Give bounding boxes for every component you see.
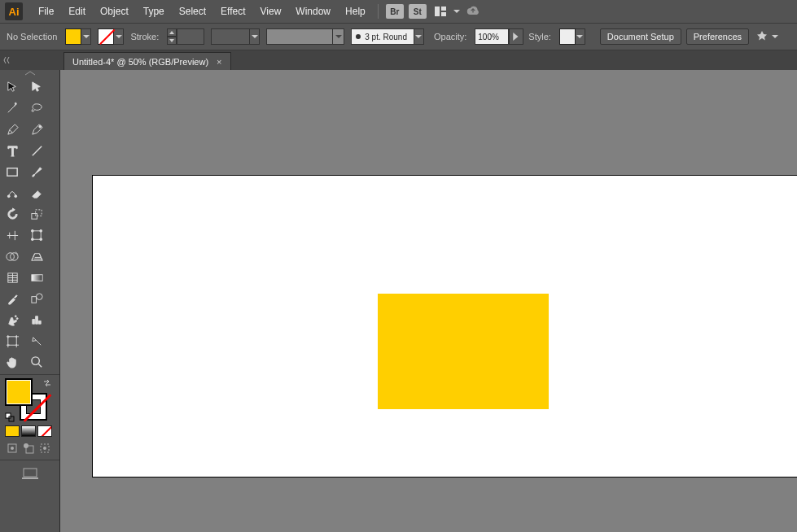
pen-tool[interactable] — [0, 119, 24, 140]
stroke-weight-stepper[interactable] — [167, 28, 177, 45]
brush-definition[interactable] — [266, 28, 344, 45]
align-control[interactable] — [755, 28, 780, 45]
selection-status: No Selection — [7, 32, 57, 41]
close-tab-icon[interactable]: × — [217, 57, 221, 67]
type-tool[interactable] — [0, 140, 24, 161]
free-transform-tool[interactable] — [24, 225, 49, 246]
stock-button[interactable]: St — [409, 4, 427, 19]
column-graph-tool[interactable] — [24, 309, 49, 330]
color-mode-solid[interactable] — [5, 425, 20, 437]
eyedropper-tool[interactable] — [0, 288, 24, 309]
color-mode-none[interactable] — [37, 425, 52, 437]
shaper-tool[interactable] — [0, 182, 24, 203]
tools-collapse-icon[interactable] — [0, 70, 59, 76]
svg-point-29 — [11, 447, 14, 450]
draw-inside-icon[interactable] — [37, 442, 52, 455]
panel-collapse-strip[interactable] — [0, 50, 60, 70]
brush-profile-control[interactable]: 3 pt. Round — [351, 28, 424, 45]
magic-wand-tool[interactable] — [0, 98, 24, 119]
canvas-area[interactable] — [60, 70, 797, 532]
preferences-button[interactable]: Preferences — [686, 28, 749, 45]
arrange-documents-icon[interactable] — [431, 4, 449, 19]
align-dropdown[interactable] — [770, 28, 780, 45]
scale-tool[interactable] — [24, 203, 49, 225]
line-segment-tool[interactable] — [24, 140, 49, 161]
fill-swatch[interactable] — [65, 28, 81, 45]
rectangle-shape[interactable] — [378, 294, 549, 409]
graphic-style-control[interactable] — [559, 28, 585, 45]
selection-tool[interactable] — [0, 76, 24, 98]
hand-tool[interactable] — [0, 351, 24, 373]
symbol-sprayer-tool[interactable] — [0, 309, 24, 330]
opacity-dropdown[interactable] — [509, 28, 523, 45]
gradient-tool[interactable] — [24, 267, 49, 288]
bridge-button[interactable]: Br — [386, 4, 404, 19]
shape-builder-tool[interactable] — [0, 246, 24, 267]
artboard[interactable] — [93, 176, 797, 477]
paintbrush-tool[interactable] — [24, 161, 49, 182]
variable-width-profile[interactable] — [211, 28, 260, 45]
fill-indicator[interactable] — [5, 378, 33, 406]
stroke-dropdown[interactable] — [114, 28, 124, 45]
stroke-weight-input[interactable] — [177, 28, 204, 45]
svg-point-7 — [7, 194, 10, 197]
fill-stroke-control[interactable] — [5, 378, 54, 424]
document-tab-title: Untitled-4* @ 50% (RGB/Preview) — [72, 57, 208, 67]
app-logo[interactable]: Ai — [5, 2, 23, 20]
style-swatch[interactable] — [559, 28, 576, 45]
default-fill-stroke-icon[interactable] — [5, 412, 15, 424]
svg-point-31 — [24, 443, 28, 448]
menu-edit[interactable]: Edit — [61, 0, 93, 23]
zoom-tool[interactable] — [24, 351, 49, 373]
lasso-tool[interactable] — [24, 98, 49, 119]
width-profile-dropdown[interactable] — [250, 28, 260, 45]
mesh-tool[interactable] — [0, 267, 24, 288]
artboard-tool[interactable] — [0, 330, 24, 351]
swap-fill-stroke-icon[interactable] — [42, 378, 52, 390]
width-tool[interactable] — [0, 225, 24, 246]
menu-divider — [378, 4, 379, 19]
svg-point-12 — [31, 229, 33, 232]
arrange-dropdown[interactable] — [452, 3, 462, 20]
document-setup-button[interactable]: Document Setup — [600, 28, 681, 45]
svg-rect-24 — [7, 336, 15, 344]
stroke-control[interactable] — [98, 28, 124, 45]
opacity-input[interactable]: 100% — [475, 28, 509, 45]
svg-rect-1 — [441, 7, 446, 11]
svg-rect-2 — [441, 12, 446, 16]
stroke-swatch[interactable] — [98, 28, 114, 45]
stroke-weight-control[interactable] — [167, 28, 204, 45]
menu-help[interactable]: Help — [338, 0, 373, 23]
color-mode-gradient[interactable] — [21, 425, 36, 437]
menu-select[interactable]: Select — [172, 0, 213, 23]
eraser-tool[interactable] — [24, 182, 49, 203]
direct-selection-tool[interactable] — [24, 76, 49, 98]
svg-rect-9 — [31, 213, 37, 219]
draw-normal-icon[interactable] — [5, 442, 20, 455]
svg-point-4 — [15, 102, 16, 104]
fill-control[interactable] — [65, 28, 91, 45]
menu-window[interactable]: Window — [288, 0, 338, 23]
control-bar: No Selection Stroke: 3 pt. Round Opacity — [0, 23, 797, 50]
fill-dropdown[interactable] — [81, 28, 91, 45]
blend-tool[interactable] — [24, 288, 49, 309]
menu-view[interactable]: View — [253, 0, 289, 23]
menu-file[interactable]: File — [31, 0, 61, 23]
slice-tool[interactable] — [24, 330, 49, 351]
opacity-label: Opacity: — [434, 32, 466, 41]
svg-point-14 — [31, 238, 33, 240]
rectangle-tool[interactable] — [0, 161, 24, 182]
perspective-grid-tool[interactable] — [24, 246, 49, 267]
screen-mode-row[interactable] — [0, 462, 59, 485]
draw-behind-icon[interactable] — [21, 442, 36, 455]
rotate-tool[interactable] — [0, 203, 24, 225]
brush-profile-dropdown[interactable] — [414, 28, 424, 45]
style-dropdown[interactable] — [576, 28, 585, 45]
document-tab[interactable]: Untitled-4* @ 50% (RGB/Preview) × — [63, 52, 231, 70]
curvature-tool[interactable] — [24, 119, 49, 140]
menu-effect[interactable]: Effect — [213, 0, 252, 23]
menu-object[interactable]: Object — [93, 0, 136, 23]
menu-type[interactable]: Type — [136, 0, 172, 23]
gpu-performance-icon[interactable] — [464, 4, 482, 19]
style-label: Style: — [528, 32, 551, 41]
